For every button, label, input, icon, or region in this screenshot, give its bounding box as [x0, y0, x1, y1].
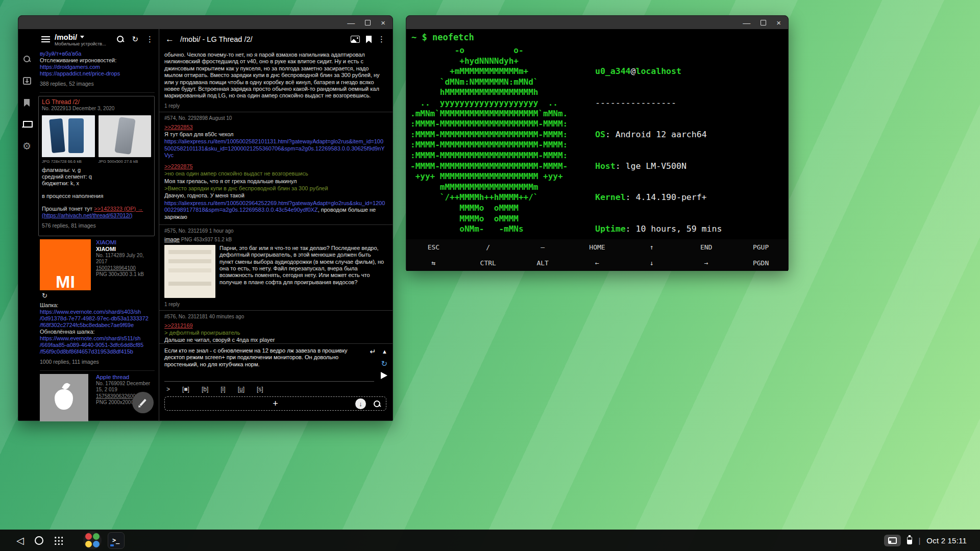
list-item-xiaomi-thread[interactable]: MI ↻ XIAOMI XIAOMI No. 1174289 July 20, … — [40, 239, 155, 371]
list-item-lg-thread[interactable]: LG Thread /2/ No. 2022913 December 3, 20… — [38, 96, 155, 236]
new-thread-fab[interactable] — [132, 392, 154, 413]
thread-link[interactable]: https://droidgamers.com — [40, 64, 155, 70]
key-arrow-right[interactable]: → — [679, 255, 733, 271]
reply-count[interactable]: 1 reply — [164, 103, 385, 109]
compose-refresh-icon[interactable]: ↻ — [381, 359, 387, 368]
format-quote-button[interactable]: > — [166, 386, 170, 393]
terminal-window-titlebar[interactable]: — × — [406, 16, 788, 29]
back-icon[interactable]: ← — [165, 34, 174, 44]
board-mode-icon[interactable] — [22, 121, 32, 128]
reply-count[interactable]: 1 reply — [164, 301, 385, 308]
truncated-link[interactable]: ву3уй/т+вба'вба — [40, 51, 155, 57]
post-link[interactable]: https://aliexpress.ru/item/1005002582101… — [164, 138, 385, 159]
neofetch-underline: ---------------- — [595, 98, 773, 109]
thread-thumbnail[interactable] — [99, 115, 152, 157]
thread-meta: No. 2022913 December 3, 2020 — [42, 106, 151, 112]
format-strike-button[interactable]: [s] — [257, 386, 263, 393]
thread-overflow-icon[interactable]: ⋮ — [378, 35, 385, 44]
board-titles[interactable]: /mobi/ Мобильные устройств... — [55, 33, 112, 46]
menu-icon[interactable] — [41, 36, 50, 42]
thread-link[interactable]: https://appaddict.net/price-drops — [40, 70, 155, 77]
nav-recents-button[interactable] — [54, 536, 63, 545]
quote-link[interactable]: >>1423323 (ОР) → — [94, 206, 143, 212]
downloads-icon[interactable] — [23, 77, 31, 85]
key-slash[interactable]: / — [461, 239, 516, 255]
key-tab[interactable]: ⇆ — [406, 255, 461, 271]
add-attachment-icon[interactable]: + — [273, 399, 278, 408]
terminal-app-icon[interactable]: >_ — [108, 532, 125, 549]
key-pgdn[interactable]: PGDN — [733, 255, 788, 271]
format-underline-button[interactable]: [u] — [238, 386, 244, 393]
attachment-search-icon[interactable] — [374, 400, 381, 408]
attachment-dropzone[interactable]: + ↓ — [164, 396, 386, 411]
gallery-icon[interactable] — [351, 36, 360, 43]
status-area[interactable]: | Oct 2 15:11 — [884, 535, 971, 546]
list-item-news-thread[interactable]: Отслеживание игроновостей: https://droid… — [40, 57, 155, 93]
board-overflow-icon[interactable]: ⋮ — [146, 35, 154, 44]
maximize-button[interactable] — [761, 20, 766, 26]
thread-list[interactable]: ву3уй/т+вба'вба Отслеживание игроновосте… — [35, 49, 159, 421]
download-attachment-icon[interactable]: ↓ — [355, 398, 366, 409]
terminal-output[interactable]: ~ $ neofetch -o o- +hydNNNNdyh+ +mMMMMMM… — [406, 29, 788, 239]
thread-link[interactable]: https://www.evernote.com/shard/s511/sh — [40, 335, 155, 342]
imageboard-app-icon[interactable] — [83, 531, 102, 549]
key-arrow-down[interactable]: ↓ — [624, 255, 679, 271]
newline-icon[interactable]: ↵ — [370, 347, 376, 356]
format-spoiler-button[interactable]: [■] — [182, 386, 189, 393]
thread-stats: 388 replies, 52 images — [40, 81, 155, 87]
quote-link[interactable]: >>2312169 — [164, 322, 193, 329]
key-dash[interactable]: — — [516, 239, 570, 255]
post-thumbnail[interactable] — [164, 245, 215, 298]
format-bold-button[interactable]: [b] — [202, 386, 208, 393]
clock[interactable]: Oct 2 15:11 — [926, 536, 967, 545]
thread-link[interactable]: /669faa85-a089-4640-9051-3dfc6dd8cf85 — [40, 342, 155, 348]
board-refresh-icon[interactable]: ↻ — [132, 35, 138, 44]
reply-compose: Если кто не знал - с обновлением на 12 в… — [159, 343, 393, 421]
apple-logo-thumbnail[interactable] — [40, 374, 88, 422]
board-window-titlebar[interactable]: — × — [18, 16, 393, 29]
board-search-icon[interactable] — [117, 36, 124, 43]
key-ctrl[interactable]: CTRL — [461, 255, 516, 271]
thread-thumbnail[interactable] — [42, 115, 95, 157]
key-arrow-up[interactable]: ↑ — [624, 239, 679, 255]
chevron-down-icon[interactable] — [80, 36, 84, 38]
board-panel: /mobi/ Мобильные устройств... ↻ ⋮ ву3уй/… — [35, 29, 159, 421]
quote-link[interactable]: >>2292853 — [164, 124, 193, 130]
file-info: PNG 453x937 51.2 kB — [180, 237, 232, 242]
search-icon[interactable] — [23, 56, 31, 63]
close-button[interactable]: × — [381, 19, 385, 27]
key-home[interactable]: HOME — [570, 239, 625, 255]
nav-home-button[interactable] — [35, 536, 43, 545]
key-arrow-left[interactable]: ← — [570, 255, 625, 271]
thread-link[interactable]: /f68f302c2724fc5bc8edabec7ae9f69e — [40, 322, 155, 329]
xiaomi-logo-thumbnail[interactable]: MI — [40, 239, 91, 290]
quote-link[interactable]: >>2292875 — [164, 163, 193, 169]
key-end[interactable]: END — [679, 239, 733, 255]
post-text: Парни, это баг или я что-то не так делаю… — [219, 245, 385, 298]
thread-link[interactable]: /f56f9c0d8bf86f4657d31953d8df415b — [40, 348, 155, 355]
collapse-icon[interactable]: ▲ — [382, 348, 387, 355]
desktop-mode-status[interactable] — [884, 535, 901, 546]
minimize-button[interactable]: — — [347, 19, 355, 27]
reply-input[interactable]: Если кто не знал - с обновлением на 12 в… — [164, 347, 366, 379]
thread-link[interactable]: /0d91378d-7e77-4982-97ec-db53a1333372 — [40, 315, 155, 322]
send-icon[interactable] — [381, 372, 387, 379]
minimize-button[interactable]: — — [743, 19, 750, 27]
nav-back-button[interactable]: ◁ — [16, 535, 24, 546]
key-pgup[interactable]: PGUP — [733, 239, 788, 255]
format-italic-button[interactable]: [i] — [220, 386, 225, 393]
neofetch-info: u0_a344@localhost ---------------- OS: A… — [595, 45, 773, 239]
key-alt[interactable]: ALT — [516, 255, 570, 271]
refresh-icon[interactable]: ↻ — [42, 292, 92, 299]
thread-link[interactable]: https://www.evernote.com/shard/s403/sh — [40, 309, 155, 315]
key-esc[interactable]: ESC — [406, 239, 461, 255]
thread-link[interactable]: (https://arhivach.net/thread/637012/) — [42, 212, 151, 219]
bookmark-icon[interactable] — [366, 36, 372, 43]
post-list[interactable]: обычно. Чехлов почему-то нет, но я парой… — [159, 49, 393, 343]
file-link[interactable]: image — [164, 236, 180, 242]
bookmarks-icon[interactable] — [24, 99, 30, 107]
close-button[interactable]: × — [776, 19, 781, 27]
file-link[interactable]: 15002138964100 — [96, 265, 155, 272]
settings-gear-icon[interactable]: ⚙ — [22, 142, 31, 151]
maximize-button[interactable] — [365, 20, 371, 26]
